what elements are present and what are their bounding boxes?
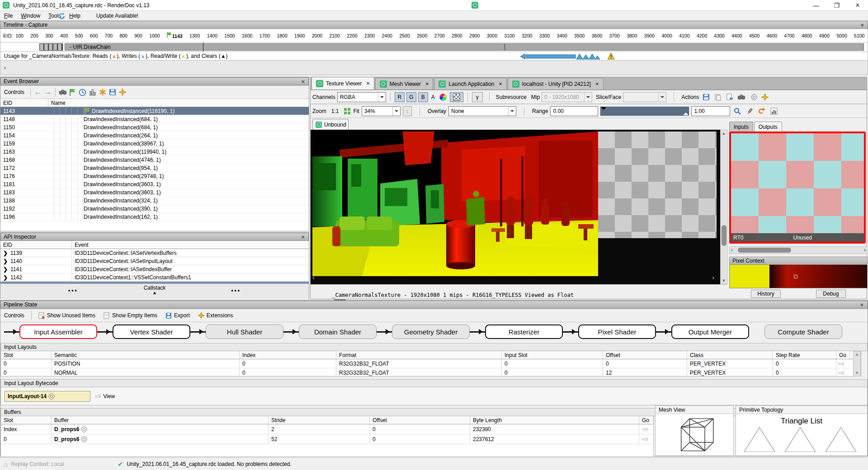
timeline-tick[interactable]: 400 [60,33,68,38]
column-header[interactable]: Class [687,351,773,359]
timeline-drawchain-row[interactable]: - UIR.DrawChain [0,42,868,52]
zoom-select[interactable]: 34% [362,106,401,116]
pipeline-stage-button[interactable]: Geometry Shader [392,324,470,339]
column-header[interactable]: Index [240,351,336,359]
column-header[interactable]: Go [639,416,654,424]
pipeline-stage-button[interactable]: Rasterizer [485,324,563,339]
checkerboard-backdrop-button[interactable] [450,92,463,102]
callstack-bar[interactable]: Callstack ▲ ••• ••• [0,284,309,299]
timeline-tick[interactable]: 4400 [731,33,742,38]
range-reset-icon[interactable] [757,106,767,116]
timeline-tick[interactable]: 3000 [487,33,497,38]
column-header[interactable]: Byte Length [470,416,639,424]
timeline-tick[interactable]: 2500 [399,33,410,38]
timeline-tick[interactable]: 600 [90,33,98,38]
timeline-tick[interactable]: 3900 [644,33,655,38]
green-channel-button[interactable]: G [406,92,416,102]
camera-normals-texture-image[interactable] [312,132,598,276]
timeline-tick[interactable]: 2400 [382,33,392,38]
event-row[interactable]: 1150 DrawIndexedInstanced(684, 1) [0,123,309,132]
update-icon[interactable] [58,12,66,20]
column-header[interactable]: Buffer [52,416,269,424]
go-to-buffer-icon[interactable]: ⇨ [838,369,844,376]
timeline-tick[interactable]: 3600 [592,33,602,38]
timeline-tick[interactable]: 4300 [714,33,725,38]
io-tab[interactable]: Inputs [729,122,753,132]
close-button[interactable]: × [847,0,868,11]
scroll-up-icon[interactable]: ▲ [854,352,860,357]
timeline-close-icon[interactable]: × [859,22,865,28]
scroll-left-icon[interactable]: ‹ [312,273,315,281]
update-available-label[interactable]: Update Available! [96,13,138,19]
timeline-tick[interactable]: 3200 [522,33,532,38]
dock-tab[interactable]: localhost - Unity [PID 24212] × [508,78,604,89]
view-bytecode-button[interactable]: ⇨ View [95,392,115,400]
timeline-tick[interactable]: 2200 [347,33,357,38]
inputlayout-resource[interactable]: InputLayout-14 [5,391,90,402]
api-col-event[interactable]: Event [72,241,309,249]
timing-clock-icon[interactable] [78,87,88,97]
pipeline-stage-button[interactable]: Hull Shader [206,324,283,339]
scroll-down-icon[interactable]: ▼ [721,277,727,284]
open-resource-icon[interactable] [725,92,735,102]
red-channel-button[interactable]: R [395,92,405,102]
save-texture-icon[interactable] [701,92,711,102]
blue-channel-button[interactable]: B [418,92,428,102]
event-row[interactable]: 1181 DrawIndexedInstanced(3603, 1) [0,180,309,188]
dock-tab[interactable]: Launch Application × [434,78,506,89]
column-header[interactable]: Stride [269,416,370,424]
timeline-tick[interactable]: 2100 [329,33,340,38]
timeline-tick[interactable]: 2300 [364,33,375,38]
buffer-row[interactable]: Index D_props6 2 0 232380 ⇨ [1,424,653,434]
pipeline-tool-button[interactable]: Show Unused Items [38,312,95,319]
timeline-tick[interactable]: 3300 [539,33,550,38]
scroll-right-icon[interactable]: › [712,273,714,281]
pipeline-stage-button[interactable]: Domain Shader [299,324,377,339]
pipeline-stage-button[interactable]: Output Merger [671,324,749,339]
timeline-tick[interactable]: 1900 [294,33,305,38]
timeline-tick[interactable]: 2000 [312,33,322,38]
event-row[interactable]: 1168 DrawIndexedInstanced(4746, 1) [0,156,309,164]
pipeline-tool-button[interactable]: Show Empty Items [104,312,157,319]
scroll-up-icon[interactable]: ▲ [721,130,727,136]
histogram-icon[interactable] [769,106,779,116]
color-wheel-icon[interactable] [438,92,448,102]
timeline-tick[interactable]: 1400 [207,33,217,38]
dock-tab[interactable]: Texture Viewer × [311,77,374,89]
fit-icon[interactable] [344,106,351,116]
api-col-eid[interactable]: EID [0,241,72,249]
hscroll-thumb[interactable] [738,248,791,253]
event-browser-col-name[interactable]: Name [48,99,309,107]
history-button[interactable]: History [751,290,781,298]
gamma-button[interactable]: γ [472,92,483,102]
api-call-row[interactable]: ❯1140 ID3D11DeviceContext::IASetInputLay… [0,257,309,265]
pixel-context-view[interactable] [729,265,868,288]
pipeline-close-icon[interactable]: × [859,302,864,308]
channels-select[interactable]: RGBA [337,92,386,102]
column-header[interactable]: Go [836,351,850,359]
timeline-tick[interactable]: 4900 [819,33,830,38]
slice-face-select[interactable] [623,92,666,102]
extensions-icon[interactable] [118,87,127,97]
range-autofit-icon[interactable] [745,106,755,116]
column-header[interactable]: Semantic [52,351,240,359]
api-call-row[interactable]: ❯1141 ID3D11DeviceContext::IASetIndexBuf… [0,265,309,273]
timeline-tick[interactable]: 100 [15,33,24,38]
event-row[interactable]: 1154 DrawIndexedInstanced(264, 1) [0,132,309,140]
timeline-tick[interactable]: 2700 [434,33,445,38]
timeline-tick[interactable]: 5000 [836,33,847,38]
texture-tab-unbound[interactable]: Unbound [312,119,349,130]
event-browser-close-icon[interactable]: × [300,79,306,85]
expand-chevron-icon[interactable]: ❯ [3,266,8,273]
timeline-tick[interactable]: 2900 [469,33,480,38]
expand-chevron-icon[interactable]: ❯ [3,258,8,264]
export-events-icon[interactable] [108,87,118,97]
timeline-tick[interactable]: 200 [30,33,38,38]
find-event-icon[interactable] [58,87,68,97]
timeline-tick[interactable]: 300 [45,33,53,38]
menu-item[interactable]: Window [17,12,44,20]
pipeline-stage-button[interactable]: Compute Shader [764,324,842,339]
thumbnail-hscrollbar[interactable]: ‹ › [729,246,868,254]
mesh-wireframe-icon[interactable] [670,415,719,455]
timeline-tick[interactable]: 1500 [224,33,235,38]
